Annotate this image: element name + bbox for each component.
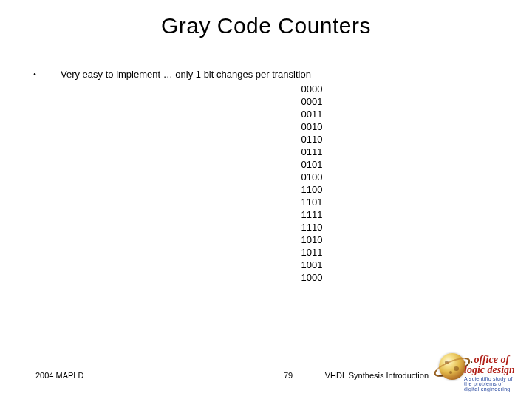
gray-code-value: 0001 — [33, 95, 510, 108]
gray-code-value: 1101 — [33, 196, 510, 208]
slide-body: • Very easy to implement … only 1 bit ch… — [33, 68, 510, 284]
gray-code-value: 1100 — [33, 183, 510, 196]
gray-code-value: 0100 — [33, 171, 510, 183]
footer-divider — [35, 366, 430, 366]
slide-title: Gray Code Counters — [0, 0, 532, 38]
logo-line3: A scientific study of the problems of di… — [464, 376, 519, 392]
gray-code-value: 1000 — [33, 271, 510, 284]
gray-code-value: 1010 — [33, 233, 510, 246]
old-logo: ...office of logic design A scientific s… — [439, 352, 519, 381]
logo-ellipsis: ... — [464, 354, 474, 365]
slide: Gray Code Counters • Very easy to implem… — [0, 0, 532, 399]
footer: 2004 MAPLD 79 VHDL Synthesis Introductio… — [0, 356, 532, 386]
gray-code-value: 1011 — [33, 246, 510, 259]
footer-right: VHDL Synthesis Introduction — [325, 371, 429, 380]
gray-code-list: 0000 0001 0011 0010 0110 0111 0101 0100 … — [33, 83, 510, 284]
gray-code-value: 0110 — [33, 133, 510, 146]
gray-code-value: 0010 — [33, 120, 510, 133]
gray-code-value: 0111 — [33, 146, 510, 158]
gray-code-value: 1111 — [33, 208, 510, 221]
logo-text: ...office of logic design A scientific s… — [464, 355, 519, 392]
gray-code-value: 1110 — [33, 221, 510, 233]
bullet-marker-icon: • — [33, 68, 37, 81]
gray-code-value: 1001 — [33, 259, 510, 271]
gray-code-value: 0011 — [33, 108, 510, 120]
bullet-text: Very easy to implement … only 1 bit chan… — [61, 68, 311, 81]
gray-code-value: 0000 — [33, 83, 510, 95]
gray-code-value: 0101 — [33, 158, 510, 171]
bullet-item: • Very easy to implement … only 1 bit ch… — [33, 68, 510, 81]
